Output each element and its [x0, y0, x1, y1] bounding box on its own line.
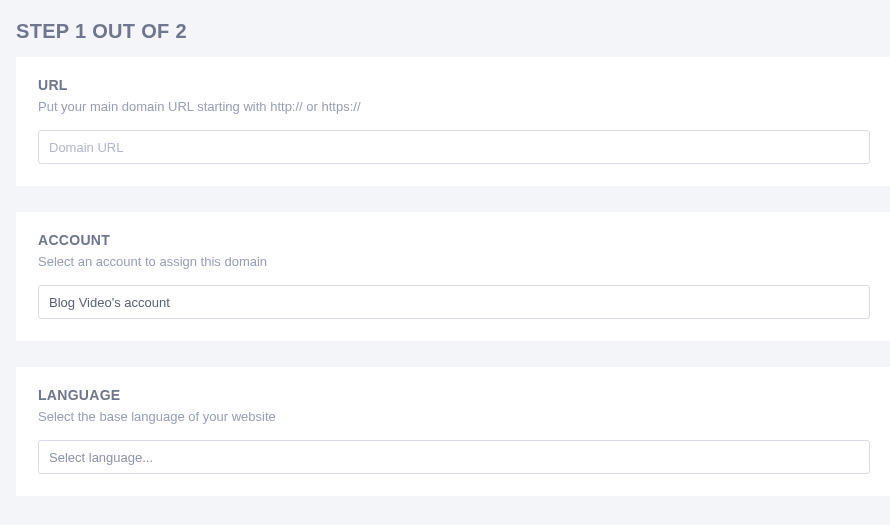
account-selected-value: Blog Video's account — [49, 295, 170, 310]
language-label: LANGUAGE — [38, 387, 870, 403]
page-title: STEP 1 OUT OF 2 — [0, 0, 890, 57]
account-section: ACCOUNT Select an account to assign this… — [16, 212, 890, 341]
url-helper: Put your main domain URL starting with h… — [38, 99, 870, 114]
account-label: ACCOUNT — [38, 232, 870, 248]
url-label: URL — [38, 77, 870, 93]
language-select[interactable]: Select language... — [38, 440, 870, 474]
language-section: LANGUAGE Select the base language of you… — [16, 367, 890, 496]
language-helper: Select the base language of your website — [38, 409, 870, 424]
account-select[interactable]: Blog Video's account — [38, 285, 870, 319]
url-input[interactable] — [38, 130, 870, 164]
account-helper: Select an account to assign this domain — [38, 254, 870, 269]
language-placeholder: Select language... — [49, 450, 153, 465]
url-section: URL Put your main domain URL starting wi… — [16, 57, 890, 186]
